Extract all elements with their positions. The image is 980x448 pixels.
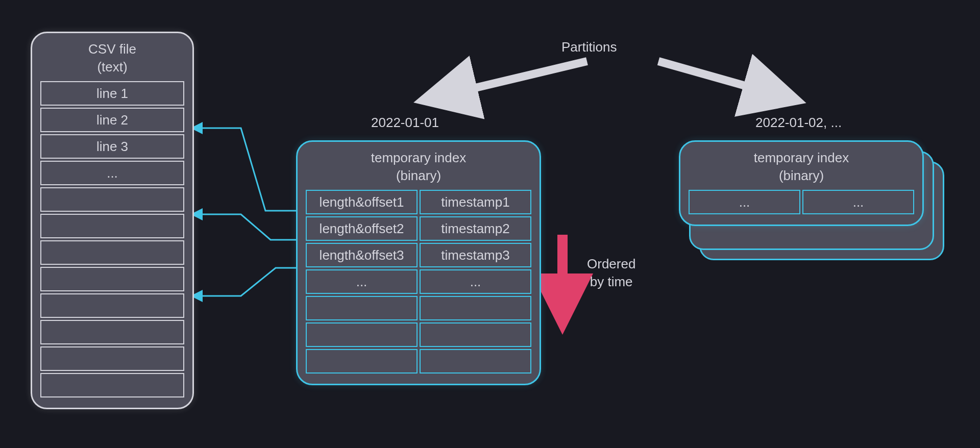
csv-line-cell (40, 346, 184, 371)
ordered-by-time-label: Ordered by time (587, 255, 635, 291)
timestamp-cell (420, 322, 531, 347)
table-row: ... (40, 161, 184, 185)
table-row: length&offset1timestamp1 (306, 190, 531, 214)
table-row: ...... (689, 190, 914, 214)
csv-line-cell (40, 320, 184, 344)
csv-line-cell: line 2 (40, 108, 184, 132)
table-row (40, 214, 184, 238)
table-row: ...... (306, 269, 531, 294)
partition2-rows: ...... (689, 190, 914, 214)
length-offset-cell: length&offset3 (306, 243, 418, 267)
csv-line-cell (40, 293, 184, 318)
csv-title-l1: CSV file (88, 41, 136, 57)
timestamp-cell (420, 296, 531, 320)
length-offset-cell: length&offset2 (306, 216, 418, 241)
csv-line-cell: ... (40, 161, 184, 185)
table-row (40, 346, 184, 371)
partitions-label: Partitions (561, 39, 617, 55)
table-row (306, 296, 531, 320)
table-row: line 3 (40, 134, 184, 159)
table-row: line 1 (40, 81, 184, 106)
timestamp-cell (420, 349, 531, 374)
table-row (40, 240, 184, 265)
timestamp-cell: ... (420, 269, 531, 294)
csv-line-cell (40, 267, 184, 291)
csv-line-cell (40, 214, 184, 238)
table-row: line 2 (40, 108, 184, 132)
csv-line-cell (40, 187, 184, 212)
table-row (40, 187, 184, 212)
csv-title-l2: (text) (97, 59, 127, 74)
timestamp-cell: ... (802, 190, 914, 214)
length-offset-cell (306, 349, 418, 374)
partition2-date-label: 2022-01-02, ... (755, 115, 842, 131)
table-row (306, 322, 531, 347)
table-row: length&offset2timestamp2 (306, 216, 531, 241)
length-offset-cell: ... (689, 190, 800, 214)
partition1-date-label: 2022-01-01 (371, 115, 439, 131)
table-row (40, 373, 184, 397)
partition2-title-l2: (binary) (779, 168, 824, 183)
timestamp-cell: timestamp3 (420, 243, 531, 267)
csv-title: CSV file (text) (40, 40, 184, 76)
partition2-title: temporary index (binary) (689, 149, 914, 185)
timestamp-cell: timestamp2 (420, 216, 531, 241)
table-row: length&offset3timestamp3 (306, 243, 531, 267)
length-offset-cell: ... (306, 269, 418, 294)
length-offset-cell (306, 296, 418, 320)
table-row (40, 320, 184, 344)
partition1-rows: length&offset1timestamp1length&offset2ti… (306, 190, 531, 374)
partition1-title-l2: (binary) (396, 168, 441, 183)
csv-line-cell: line 3 (40, 134, 184, 159)
partition2-title-l1: temporary index (754, 150, 849, 165)
table-row (306, 349, 531, 374)
partition1-title: temporary index (binary) (306, 149, 531, 185)
length-offset-cell: length&offset1 (306, 190, 418, 214)
csv-line-cell (40, 240, 184, 265)
table-row (40, 267, 184, 291)
table-row (40, 293, 184, 318)
svg-line-0 (426, 61, 587, 99)
csv-file-panel: CSV file (text) line 1line 2line 3... (31, 32, 194, 409)
csv-line-cell (40, 373, 184, 397)
partition1-panel: temporary index (binary) length&offset1t… (296, 140, 541, 385)
partition2-panel: temporary index (binary) ...... (679, 140, 924, 226)
partition1-title-l1: temporary index (371, 150, 466, 165)
svg-line-1 (658, 61, 794, 99)
timestamp-cell: timestamp1 (420, 190, 531, 214)
length-offset-cell (306, 322, 418, 347)
csv-line-cell: line 1 (40, 81, 184, 106)
csv-rows: line 1line 2line 3... (40, 81, 184, 397)
